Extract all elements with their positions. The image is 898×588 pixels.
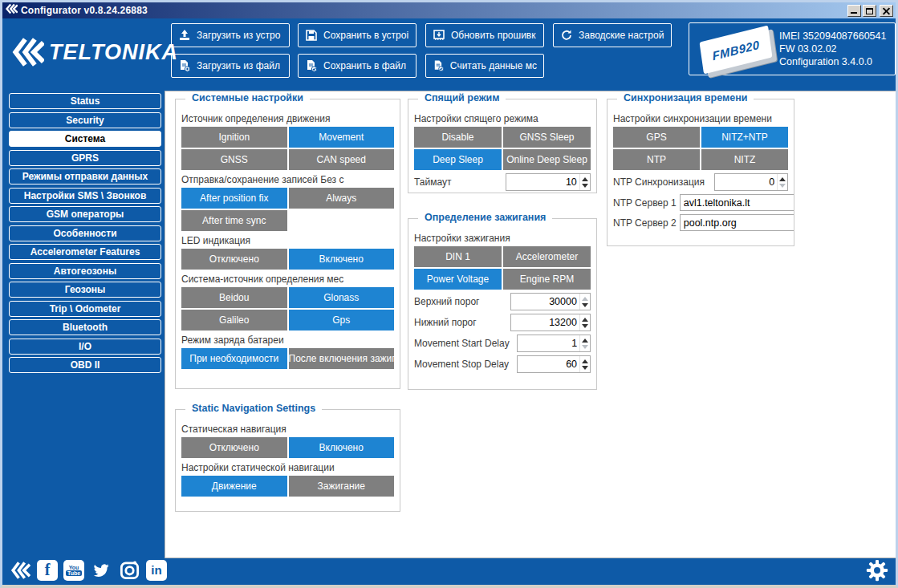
sidebar-item-accelerometer-features[interactable]: Accelerometer Features bbox=[9, 244, 161, 260]
twitter-icon[interactable] bbox=[90, 560, 112, 581]
sidebar-item-status[interactable]: Status bbox=[9, 93, 161, 109]
sidebar: Status Security Система GPRS Режимы отпр… bbox=[9, 93, 161, 376]
window-title: Configurator v0.8.24.26883 bbox=[21, 5, 148, 16]
group-title: Спящий режим bbox=[418, 92, 506, 103]
sidebar-item-io[interactable]: I/O bbox=[9, 339, 161, 355]
toggle-can-speed[interactable]: CAN speed bbox=[289, 149, 395, 170]
sidebar-item-features[interactable]: Особенности bbox=[9, 225, 161, 241]
read-records-button[interactable]: Считать данные мс bbox=[425, 54, 544, 78]
sidebar-item-gprs[interactable]: GPRS bbox=[9, 150, 161, 166]
movement-start-delay-input[interactable] bbox=[518, 335, 579, 351]
spinner-down-icon[interactable] bbox=[582, 345, 588, 349]
button-label: Считать данные мс bbox=[450, 60, 537, 71]
toggle-sync-nitz-ntp[interactable]: NITZ+NTP bbox=[701, 127, 788, 148]
ntp-server2-input[interactable] bbox=[680, 214, 794, 231]
toggle-gnss[interactable]: GNSS bbox=[181, 149, 287, 170]
movement-stop-delay-input[interactable] bbox=[518, 356, 579, 372]
save-to-file-button[interactable]: Сохранить в файл bbox=[298, 54, 416, 78]
sidebar-item-auto-geofence[interactable]: Автогеозоны bbox=[9, 263, 161, 279]
toggle-sleep-disable[interactable]: Disable bbox=[414, 127, 502, 148]
minimize-button[interactable] bbox=[847, 5, 861, 17]
toggle-charge-on-need[interactable]: При необходимости bbox=[181, 348, 287, 369]
toggle-sync-nitz[interactable]: NITZ bbox=[701, 149, 788, 170]
ntp-server1-label: NTP Сервер 1 bbox=[613, 197, 677, 209]
toggle-after-time-sync[interactable]: After time sync bbox=[181, 210, 287, 231]
toggle-gps[interactable]: Gps bbox=[289, 310, 395, 330]
save-to-device-button[interactable]: Сохранить в устроі bbox=[298, 23, 416, 47]
sidebar-item-sms-call-settings[interactable]: Настройки SMS \ Звонков bbox=[9, 188, 161, 204]
sidebar-item-geofence[interactable]: Геозоны bbox=[9, 282, 161, 298]
facebook-icon[interactable]: f bbox=[37, 560, 58, 581]
linkedin-icon[interactable]: in bbox=[146, 560, 167, 581]
spinner-down-icon[interactable] bbox=[582, 324, 588, 328]
device-firmware: FW 03.02.02 bbox=[779, 43, 886, 55]
load-from-file-button[interactable]: Загрузить из файл bbox=[171, 54, 290, 78]
sidebar-item-trip-odometer[interactable]: Trip \ Odometer bbox=[9, 301, 161, 317]
settings-gear-icon[interactable] bbox=[865, 558, 889, 582]
spinner-up-icon[interactable] bbox=[779, 177, 786, 181]
spinner-up-icon[interactable] bbox=[582, 318, 588, 322]
toggle-din1[interactable]: DIN 1 bbox=[414, 246, 502, 267]
toggle-static-nav-off[interactable]: Отключено bbox=[181, 437, 287, 458]
sidebar-item-bluetooth[interactable]: Bluetooth bbox=[9, 319, 161, 335]
toggle-gnss-sleep[interactable]: GNSS Sleep bbox=[503, 127, 591, 148]
spinner-up-icon[interactable] bbox=[582, 359, 588, 363]
spinner-up-icon[interactable] bbox=[582, 297, 588, 301]
toggle-beidou[interactable]: Beidou bbox=[181, 287, 287, 308]
ntp-server1-input[interactable] bbox=[680, 194, 794, 211]
toggle-sync-gps[interactable]: GPS bbox=[613, 127, 700, 148]
ntp-server2-label: NTP Сервер 2 bbox=[613, 217, 677, 229]
update-firmware-button[interactable]: Обновить прошивк bbox=[425, 23, 544, 47]
factory-reset-button[interactable]: Заводские настрой bbox=[553, 23, 672, 47]
button-label: Загрузить из файл bbox=[197, 60, 280, 71]
toggle-sync-ntp[interactable]: NTP bbox=[613, 149, 700, 170]
time-sync-label: Настройки синхронизации времени bbox=[613, 113, 788, 124]
close-button[interactable] bbox=[880, 5, 893, 17]
high-threshold-input[interactable] bbox=[511, 294, 579, 310]
spinner-up-icon[interactable] bbox=[582, 177, 588, 181]
toggle-charge-after-ignition[interactable]: После включения зажига bbox=[289, 348, 395, 369]
spinner-down-icon[interactable] bbox=[582, 184, 588, 188]
title-bar: Configurator v0.8.24.26883 bbox=[2, 2, 896, 18]
toggle-led-on[interactable]: Включено bbox=[289, 249, 395, 270]
spinner-down-icon[interactable] bbox=[582, 303, 588, 307]
group-title: Системные настройки bbox=[185, 92, 310, 103]
toggle-glonass[interactable]: Glonass bbox=[289, 287, 395, 308]
toggle-static-nav-ignition[interactable]: Зажигание bbox=[289, 476, 395, 497]
instagram-icon[interactable] bbox=[118, 560, 140, 581]
toggle-static-nav-movement[interactable]: Движение bbox=[181, 476, 287, 497]
low-threshold-input[interactable] bbox=[511, 314, 579, 330]
timeout-input[interactable] bbox=[506, 174, 579, 190]
sidebar-item-system[interactable]: Система bbox=[9, 131, 161, 147]
maximize-button[interactable] bbox=[863, 5, 876, 17]
sleep-mode-label: Настройки спящего режима bbox=[414, 113, 591, 124]
toggle-online-deep-sleep[interactable]: Online Deep Sleep bbox=[503, 149, 591, 170]
toggle-always[interactable]: Always bbox=[289, 188, 395, 209]
spinner-up-icon[interactable] bbox=[582, 339, 588, 343]
toggle-after-position-fix[interactable]: After position fix bbox=[181, 188, 287, 209]
brand-text: TELTONIKA bbox=[49, 40, 178, 65]
sidebar-item-obd2[interactable]: OBD II bbox=[9, 357, 161, 373]
toggle-deep-sleep[interactable]: Deep Sleep bbox=[414, 149, 502, 170]
sidebar-item-security[interactable]: Security bbox=[9, 112, 161, 128]
main-content: Системные настройки Источник определения… bbox=[165, 91, 898, 558]
sidebar-item-data-acquisition[interactable]: Режимы отправки данных bbox=[9, 168, 161, 185]
toggle-engine-rpm[interactable]: Engine RPM bbox=[503, 269, 591, 290]
group-sleep-mode: Спящий режим Настройки спящего режима Di… bbox=[408, 99, 597, 193]
toggle-galileo[interactable]: Galileo bbox=[181, 310, 287, 330]
ntp-resync-input[interactable] bbox=[715, 174, 777, 190]
toggle-led-off[interactable]: Отключено bbox=[181, 249, 287, 270]
youtube-icon[interactable]: You Tube bbox=[63, 560, 84, 581]
toggle-power-voltage[interactable]: Power Voltage bbox=[414, 269, 502, 290]
read-records-icon bbox=[433, 59, 445, 72]
static-navigation-settings-label: Настройки статической навигации bbox=[181, 462, 394, 473]
toggle-static-nav-on[interactable]: Включено bbox=[289, 437, 395, 458]
toggle-movement[interactable]: Movement bbox=[289, 127, 395, 148]
toggle-accelerometer[interactable]: Accelerometer bbox=[503, 246, 591, 267]
spinner-down-icon[interactable] bbox=[582, 366, 588, 370]
teltonika-link-icon[interactable] bbox=[9, 560, 31, 581]
sidebar-item-gsm-operators[interactable]: GSM операторы bbox=[9, 206, 161, 222]
spinner-down-icon[interactable] bbox=[779, 184, 786, 188]
toggle-ignition[interactable]: Ignition bbox=[181, 127, 287, 148]
load-from-device-button[interactable]: Загрузить из устро bbox=[171, 23, 290, 47]
